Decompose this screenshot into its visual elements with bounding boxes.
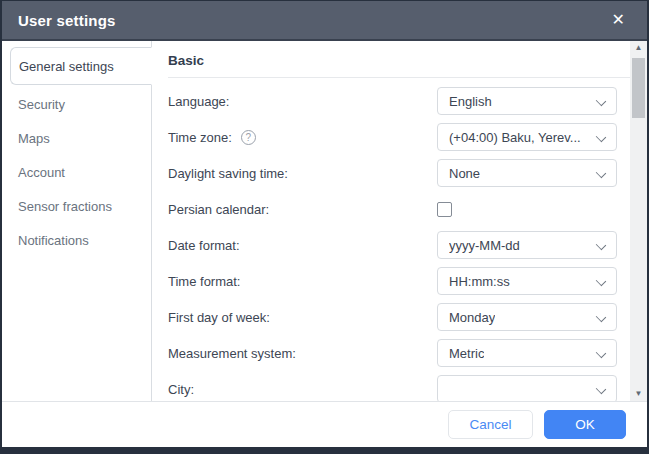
field-label: Time zone: ? [168,130,437,145]
settings-row-time-format: Time format: HH:mm:ss [152,263,630,299]
close-icon[interactable]: ✕ [606,10,631,30]
user-settings-dialog: User settings ✕ General settings Securit… [2,1,647,447]
settings-row-language: Language: English [152,83,630,119]
chevron-down-icon [596,168,606,178]
field-label-text: Time zone: [168,130,232,145]
ok-button[interactable]: OK [544,410,626,439]
sidebar-item-label: General settings [19,59,114,74]
field-label: Time format: [168,274,437,289]
first-day-select[interactable]: Monday [437,303,617,331]
settings-row-city: City: [152,371,630,401]
selected-value: Monday [449,310,495,325]
dialog-titlebar: User settings ✕ [2,1,647,41]
section-divider [168,77,630,78]
timezone-select[interactable]: (+04:00) Baku, Yerev... [437,123,617,151]
chevron-down-icon [596,276,606,286]
settings-row-daylight-saving: Daylight saving time: None [152,155,630,191]
sidebar-item-label: Maps [18,131,50,146]
field-label: City: [168,382,437,397]
time-format-select[interactable]: HH:mm:ss [437,267,617,295]
sidebar-item-label: Sensor fractions [18,199,112,214]
sidebar-item-general-settings[interactable]: General settings [10,47,152,85]
selected-value: yyyy-MM-dd [449,238,520,253]
vertical-scrollbar[interactable]: ▲ ▼ [630,41,647,401]
field-label: Measurement system: [168,346,437,361]
scroll-down-icon[interactable]: ▼ [635,389,643,399]
settings-row-first-day: First day of week: Monday [152,299,630,335]
help-icon[interactable]: ? [241,130,256,145]
selected-value: English [449,94,492,109]
sidebar-item-sensor-fractions[interactable]: Sensor fractions [2,189,151,223]
dialog-footer: Cancel OK [2,401,647,447]
persian-calendar-checkbox[interactable] [437,202,452,217]
dialog-title: User settings [18,12,116,29]
chevron-down-icon [596,132,606,142]
field-label: Language: [168,94,437,109]
selected-value: None [449,166,480,181]
sidebar-item-notifications[interactable]: Notifications [2,223,151,257]
chevron-down-icon [596,312,606,322]
chevron-down-icon [596,348,606,358]
settings-rows: Language: English Time zone: ? [152,83,630,401]
date-format-select[interactable]: yyyy-MM-dd [437,231,617,259]
chevron-down-icon [596,240,606,250]
settings-row-persian-calendar: Persian calendar: [152,191,630,227]
field-label: Daylight saving time: [168,166,437,181]
scrollbar-track[interactable] [632,53,645,389]
language-select[interactable]: English [437,87,617,115]
settings-row-measurement: Measurement system: Metric [152,335,630,371]
measurement-select[interactable]: Metric [437,339,617,367]
chevron-down-icon [596,384,606,394]
selected-value: HH:mm:ss [449,274,510,289]
field-label: Persian calendar: [168,202,437,217]
daylight-saving-select[interactable]: None [437,159,617,187]
field-label: First day of week: [168,310,437,325]
cancel-button[interactable]: Cancel [448,410,533,439]
chevron-down-icon [596,96,606,106]
city-select[interactable] [437,375,617,401]
scrollbar-thumb[interactable] [632,58,645,118]
sidebar-item-maps[interactable]: Maps [2,121,151,155]
selected-value: Metric [449,346,484,361]
scroll-up-icon[interactable]: ▲ [635,43,643,53]
settings-row-date-format: Date format: yyyy-MM-dd [152,227,630,263]
field-label: Date format: [168,238,437,253]
sidebar-item-account[interactable]: Account [2,155,151,189]
sidebar-item-security[interactable]: Security [2,87,151,121]
settings-row-timezone: Time zone: ? (+04:00) Baku, Yerev... [152,119,630,155]
selected-value: (+04:00) Baku, Yerev... [449,130,581,145]
settings-content: Basic Language: English Time zone: [152,41,630,401]
sidebar-item-label: Security [18,97,65,112]
settings-sidebar: General settings Security Maps Account S… [2,41,152,401]
sidebar-item-label: Account [18,165,65,180]
dialog-body: General settings Security Maps Account S… [2,41,647,401]
section-title: Basic [168,53,614,68]
sidebar-item-label: Notifications [18,233,89,248]
